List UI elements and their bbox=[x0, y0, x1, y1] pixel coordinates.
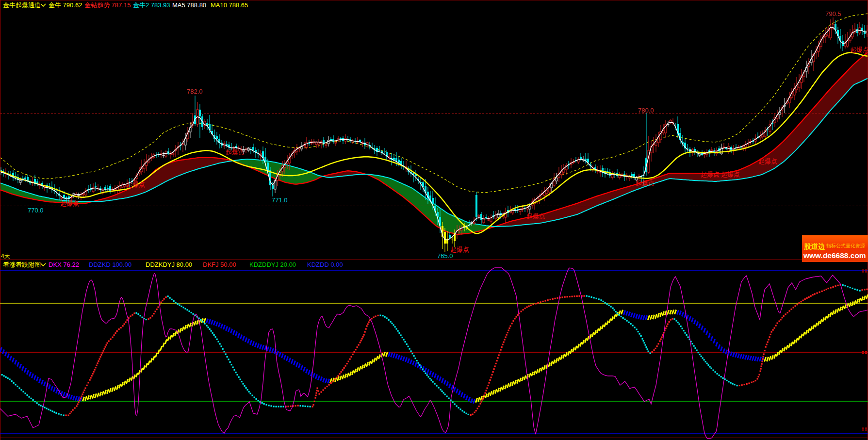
svg-text:起爆点: 起爆点 bbox=[450, 246, 469, 253]
svg-text:www.de6688.com: www.de6688.com bbox=[803, 251, 866, 260]
svg-text:看涨看跌附图: 看涨看跌附图 bbox=[3, 261, 41, 268]
svg-text:股道边: 股道边 bbox=[803, 243, 825, 250]
svg-text:771.0: 771.0 bbox=[272, 196, 288, 204]
svg-text:起爆点: 起爆点 bbox=[721, 171, 740, 178]
svg-text:KDZDDYJ 20.00: KDZDDYJ 20.00 bbox=[249, 261, 296, 268]
svg-text:DKFJ 50.00: DKFJ 50.00 bbox=[203, 261, 236, 268]
svg-text:起爆点: 起爆点 bbox=[758, 158, 777, 165]
svg-text:DDZKD 100.00: DDZKD 100.00 bbox=[89, 261, 131, 268]
svg-text:765.0: 765.0 bbox=[437, 252, 453, 260]
svg-text:金钻趋势 787.15: 金钻趋势 787.15 bbox=[84, 1, 131, 9]
svg-text:DKX 76.22: DKX 76.22 bbox=[49, 261, 79, 268]
svg-text:770.0: 770.0 bbox=[28, 207, 44, 214]
svg-text:起爆点: 起爆点 bbox=[701, 171, 720, 178]
svg-text:起爆点: 起爆点 bbox=[526, 212, 545, 220]
svg-text:780.0: 780.0 bbox=[638, 107, 654, 114]
svg-text:起爆点: 起爆点 bbox=[226, 148, 245, 156]
svg-text:KDZDD 0.00: KDZDD 0.00 bbox=[307, 261, 343, 268]
svg-text:782.0: 782.0 bbox=[187, 88, 203, 95]
svg-text:金牛 790.62: 金牛 790.62 bbox=[49, 1, 82, 9]
svg-text:起爆点: 起爆点 bbox=[126, 181, 145, 188]
svg-text:DDZKDYJ 80.00: DDZKDYJ 80.00 bbox=[146, 261, 192, 268]
svg-text:指标公式量化资源: 指标公式量化资源 bbox=[826, 243, 865, 248]
svg-text:起爆点: 起爆点 bbox=[60, 200, 79, 207]
svg-text:4天: 4天 bbox=[1, 253, 10, 260]
svg-text:起爆点: 起爆点 bbox=[636, 179, 655, 187]
svg-text:起爆点: 起爆点 bbox=[850, 46, 868, 53]
svg-text:金牛起爆通道: 金牛起爆通道 bbox=[3, 1, 41, 9]
svg-text:金牛2 783.93: 金牛2 783.93 bbox=[133, 1, 170, 9]
svg-text:MA10 788.65: MA10 788.65 bbox=[211, 1, 248, 9]
svg-text:MA5 788.80: MA5 788.80 bbox=[172, 1, 206, 9]
svg-text:790.5: 790.5 bbox=[825, 10, 841, 17]
